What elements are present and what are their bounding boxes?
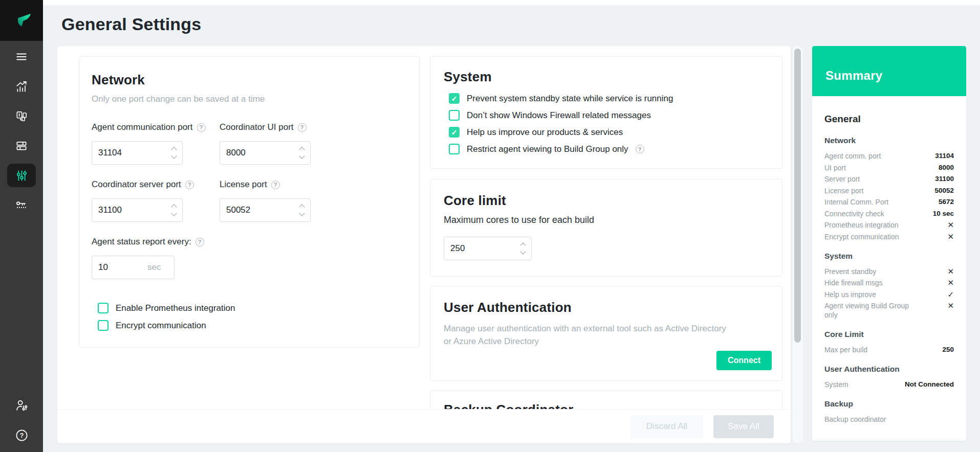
- checkbox-label: Help us improve our products & services: [467, 127, 623, 138]
- core-limit-title: Core limit: [444, 193, 769, 209]
- decrement-button[interactable]: [520, 248, 526, 254]
- increment-button[interactable]: [520, 242, 526, 248]
- help-icon[interactable]: [271, 180, 280, 189]
- cross-icon: ✕: [947, 220, 954, 230]
- hide-firewall-row: Don’t show Windows Firewall related mess…: [449, 110, 769, 121]
- summary-network-heading: Network: [824, 136, 954, 145]
- prometheus-integration-checkbox[interactable]: [98, 303, 108, 313]
- sidebar-item-settings[interactable]: [7, 164, 36, 187]
- decrement-button[interactable]: [299, 153, 304, 159]
- help-icon[interactable]: [185, 180, 194, 189]
- summary-row: Internal Comm. Port5672: [824, 197, 954, 207]
- summary-row: Connectivity check10 sec: [824, 209, 954, 218]
- sidebar-item-user-preferences[interactable]: [7, 394, 36, 417]
- agent-communication-port-input[interactable]: [92, 141, 183, 165]
- summary-auth-heading: User Authentication: [824, 365, 954, 374]
- hamburger-icon: [15, 50, 28, 63]
- agents-devices-icon: [15, 109, 28, 123]
- coordinator-ui-port-input[interactable]: [220, 141, 311, 165]
- decrement-button[interactable]: [299, 210, 304, 216]
- help-icon[interactable]: [197, 123, 206, 132]
- save-all-button[interactable]: Save All: [713, 415, 774, 438]
- port-value[interactable]: [226, 148, 277, 158]
- sidebar-item-dashboard[interactable]: [7, 75, 36, 98]
- field-label: Coordinator UI port: [220, 122, 294, 132]
- restrict-agent-viewing-row: Restrict agent viewing to Build Group on…: [449, 144, 769, 154]
- decrement-button[interactable]: [171, 210, 177, 216]
- sidebar-item-license[interactable]: [7, 193, 36, 217]
- checkbox-label: Encrypt communication: [116, 321, 206, 331]
- summary-general-heading: General: [824, 114, 954, 125]
- restrict-agent-viewing-checkbox[interactable]: [449, 144, 460, 154]
- user-auth-title: User Authentication: [444, 300, 769, 315]
- port-value[interactable]: [226, 205, 277, 215]
- help-improve-checkbox[interactable]: [449, 127, 460, 138]
- increment-button[interactable]: [299, 204, 304, 210]
- core-limit-value[interactable]: [450, 243, 502, 254]
- core-limit-input[interactable]: [444, 237, 532, 260]
- core-limit-subtitle: Maximum cores to use for each build: [444, 215, 769, 225]
- summary-row: SystemNot Connected: [824, 380, 954, 389]
- decrement-button[interactable]: [171, 153, 177, 159]
- check-icon: ✓: [947, 290, 954, 299]
- interval-value[interactable]: [98, 262, 134, 273]
- app-logo[interactable]: [0, 0, 43, 41]
- summary-system-heading: System: [824, 252, 954, 261]
- connect-button[interactable]: Connect: [716, 351, 772, 370]
- network-card: Network Only one port change can be save…: [79, 56, 420, 348]
- scrollbar-thumb[interactable]: [794, 49, 801, 343]
- summary-row: Prevent standby✕: [824, 267, 954, 276]
- core-limit-card: Core limit Maximum cores to use for each…: [430, 179, 782, 277]
- summary-row: Help us improve✓: [824, 290, 954, 299]
- actions-footer: Discard All Save All: [57, 409, 791, 443]
- discard-all-button[interactable]: Discard All: [630, 415, 703, 438]
- prevent-standby-checkbox[interactable]: [449, 93, 460, 104]
- sidebar-item-builds[interactable]: [7, 134, 36, 157]
- increment-button[interactable]: [299, 147, 304, 152]
- summary-title: Summary: [825, 69, 882, 83]
- summary-core-heading: Core Limit: [824, 330, 954, 339]
- layout-grid-icon: [15, 139, 28, 152]
- summary-row: Agent comm. port31104: [824, 151, 954, 161]
- settings-panel: Network Only one port change can be save…: [57, 46, 791, 443]
- summary-row: Max per build250: [824, 345, 954, 354]
- field-coordinator-ui-port: Coordinator UI port: [220, 122, 347, 165]
- port-value[interactable]: [98, 205, 149, 215]
- summary-header: Summary: [812, 46, 966, 96]
- field-agent-status-report: Agent status report every: sec: [92, 236, 220, 279]
- increment-button[interactable]: [171, 147, 177, 152]
- top-strip: [43, 0, 980, 5]
- svg-text:?: ?: [19, 432, 24, 439]
- scrollbar-track[interactable]: [793, 46, 803, 443]
- field-label: Agent communication port: [92, 122, 193, 132]
- increment-button[interactable]: [171, 204, 177, 210]
- summary-row: Prometheus integration✕: [824, 220, 954, 230]
- field-label: Agent status report every:: [92, 237, 191, 247]
- user-auth-description: Manage user authentication with an exter…: [444, 323, 730, 348]
- sidebar-item-agents[interactable]: [7, 104, 36, 128]
- encrypt-communication-row: Encrypt communication: [98, 320, 407, 331]
- summary-row: Server port31100: [824, 174, 954, 184]
- help-circle-icon: ?: [15, 428, 29, 442]
- hide-firewall-checkbox[interactable]: [449, 110, 460, 121]
- checkbox-label: Don’t show Windows Firewall related mess…: [467, 110, 651, 121]
- menu-toggle-button[interactable]: [7, 45, 36, 69]
- license-port-input[interactable]: [220, 198, 311, 222]
- summary-panel: Summary General Network Agent comm. port…: [812, 46, 966, 441]
- network-checkboxes: Enable Prometheus integration Encrypt co…: [98, 303, 407, 331]
- help-icon[interactable]: [636, 145, 644, 153]
- coordinator-server-port-input[interactable]: [92, 198, 183, 222]
- network-fields: Agent communication port Coordinator UI …: [92, 122, 407, 279]
- encrypt-communication-checkbox[interactable]: [98, 320, 108, 331]
- help-improve-row: Help us improve our products & services: [449, 127, 769, 138]
- field-agent-communication-port: Agent communication port: [92, 122, 220, 165]
- sidebar: ?: [0, 0, 43, 452]
- help-icon[interactable]: [195, 238, 204, 246]
- user-settings-icon: [14, 398, 29, 413]
- help-button[interactable]: ?: [7, 423, 36, 447]
- port-value[interactable]: [98, 148, 149, 158]
- checkbox-label: Enable Prometheus integration: [116, 303, 235, 313]
- summary-row: Hide firewall msgs✕: [824, 278, 954, 287]
- help-icon[interactable]: [298, 123, 307, 132]
- agent-status-report-input[interactable]: sec: [92, 256, 175, 279]
